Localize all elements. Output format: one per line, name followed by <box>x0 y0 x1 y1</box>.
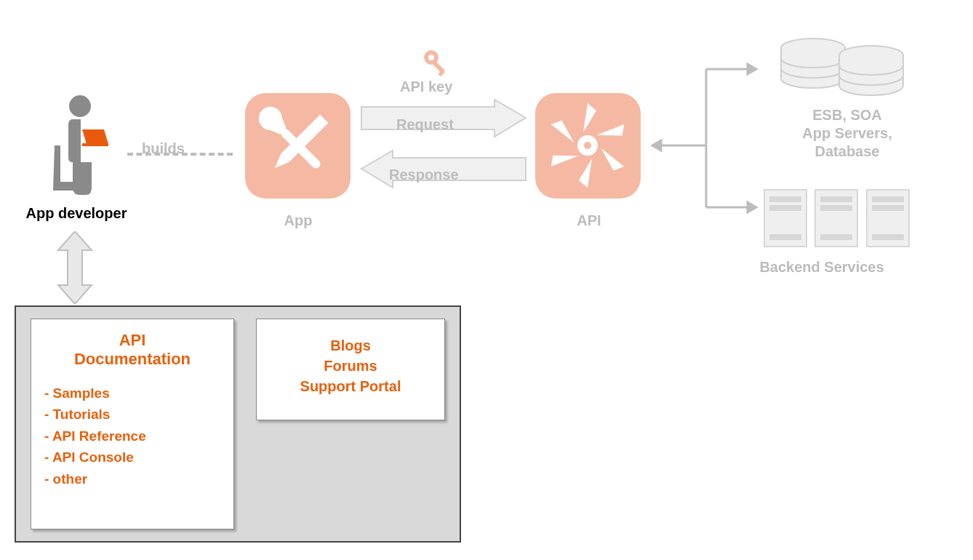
doc-title-l1: API <box>119 331 146 349</box>
community-forums: Forums <box>270 356 431 376</box>
key-icon <box>422 48 451 77</box>
svg-marker-15 <box>748 202 756 212</box>
api-label: API <box>538 212 640 229</box>
svg-marker-13 <box>652 140 661 151</box>
svg-rect-1 <box>82 143 108 146</box>
svg-point-6 <box>428 55 434 60</box>
developer-portal-arrow <box>57 231 93 304</box>
developer-portal-box: API Documentation - Samples - Tutorials … <box>15 305 461 543</box>
developer-label: App developer <box>15 205 138 222</box>
doc-item-samples: - Samples <box>44 383 220 404</box>
developer-icon <box>40 95 109 196</box>
doc-item-tutorials: - Tutorials <box>44 404 220 425</box>
servers-icon <box>764 189 916 255</box>
api-icon <box>535 93 641 199</box>
svg-marker-18 <box>58 231 92 304</box>
doc-item-console: - API Console <box>44 447 220 468</box>
app-icon <box>245 93 351 199</box>
builds-edge <box>127 153 233 156</box>
database-icon <box>771 29 916 102</box>
apikey-label: API key <box>400 79 452 95</box>
response-label: Response <box>389 167 459 183</box>
doc-item-apiref: - API Reference <box>44 425 220 447</box>
svg-point-0 <box>69 95 91 117</box>
svg-point-12 <box>584 142 591 149</box>
svg-marker-14 <box>748 64 756 74</box>
backend-connectors <box>644 55 760 222</box>
request-label: Request <box>396 116 454 133</box>
doc-title-l2: Documentation <box>74 350 191 368</box>
doc-item-other: - other <box>44 468 220 489</box>
backend-label: Backend Services <box>727 259 916 276</box>
api-documentation-card: API Documentation - Samples - Tutorials … <box>31 319 234 529</box>
db-label-line3: Database <box>778 143 916 161</box>
db-label: ESB, SOA App Servers, Database <box>778 106 916 161</box>
community-support: Support Portal <box>270 376 431 396</box>
community-blogs: Blogs <box>270 335 431 356</box>
app-label: App <box>247 212 349 229</box>
community-card: Blogs Forums Support Portal <box>256 319 445 420</box>
db-label-line2: App Servers, <box>778 124 916 143</box>
db-label-line1: ESB, SOA <box>778 106 916 124</box>
